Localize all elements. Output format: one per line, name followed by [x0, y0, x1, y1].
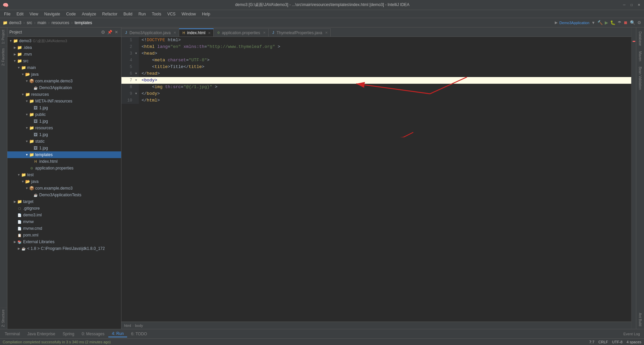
- nav-main[interactable]: main: [38, 20, 46, 25]
- tree-arrow-src[interactable]: ▼: [13, 59, 17, 63]
- project-settings-icon[interactable]: ⚙: [100, 29, 106, 35]
- close-button[interactable]: ✕: [637, 3, 641, 7]
- minimize-button[interactable]: ─: [622, 3, 627, 7]
- tree-item-java[interactable]: ▼ 📂 java: [7, 71, 121, 78]
- toolbar-build-icon[interactable]: 🔨: [597, 20, 603, 25]
- tree-item-demo3[interactable]: ▼ 📁 demo3 G:\桌面\JAVA\demo3: [7, 38, 121, 44]
- tree-item-idea[interactable]: ▶ 📁 .idea: [7, 44, 121, 51]
- nav-templates[interactable]: templates: [74, 20, 92, 25]
- tree-arrow-public[interactable]: ▼: [25, 113, 29, 116]
- tree-arrow-package[interactable]: ▼: [25, 79, 29, 83]
- status-position[interactable]: 7:7: [589, 340, 594, 344]
- right-panel-maven[interactable]: Maven: [637, 49, 643, 64]
- footer-tab-run[interactable]: 4: Run: [108, 331, 127, 337]
- menu-navigate[interactable]: Navigate: [42, 11, 63, 17]
- tree-arrow-resources2[interactable]: ▼: [25, 126, 29, 130]
- tree-item-resources2[interactable]: ▼ 📁 resources: [7, 125, 121, 131]
- footer-tab-todo[interactable]: 6: TODO: [128, 331, 151, 337]
- tree-arrow-java-test[interactable]: ▼: [21, 180, 25, 183]
- status-encoding[interactable]: UTF-8: [612, 340, 623, 344]
- tree-item-meta-inf[interactable]: ▼ 📁 META-INF.resources: [7, 98, 121, 105]
- footer-tab-terminal[interactable]: Terminal: [1, 331, 23, 337]
- tree-arrow-meta-inf[interactable]: ▼: [25, 99, 29, 103]
- tree-item-templates[interactable]: ▼ 📁 templates: [7, 151, 121, 158]
- tree-item-gitignore[interactable]: ▶ ⬡ .gitignore: [7, 205, 121, 212]
- tree-item-demo3app[interactable]: ▶ ☕ Demo3Application: [7, 84, 121, 91]
- tab-close-demo3app[interactable]: ✕: [173, 31, 176, 34]
- tree-item-demo3tests[interactable]: ▶ ☕ Demo3ApplicationTests: [7, 192, 121, 198]
- tree-item-jpg-static[interactable]: ▶ 🖼 1.jpg: [7, 145, 121, 151]
- tree-item-test[interactable]: ▼ 📁 test: [7, 171, 121, 178]
- tree-arrow-resources[interactable]: ▼: [21, 93, 25, 96]
- right-panel-database[interactable]: Database: [637, 29, 643, 49]
- toolbar-search-icon[interactable]: 🔍: [630, 20, 635, 25]
- editor-scrollbar[interactable]: [631, 27, 636, 329]
- tree-arrow-demo3[interactable]: ▼: [9, 39, 13, 43]
- tree-arrow-java[interactable]: ▼: [21, 73, 25, 76]
- tree-item-pomxml[interactable]: ▶ 📋 pom.xml: [7, 232, 121, 238]
- menu-refactor[interactable]: Refactor: [100, 11, 120, 17]
- bc-body[interactable]: body: [135, 324, 143, 328]
- panel-label-project[interactable]: 1: Project: [0, 27, 7, 46]
- status-indent[interactable]: 4 spaces: [627, 340, 641, 344]
- tree-item-mvnw[interactable]: ▶ 📄 mvnw: [7, 218, 121, 225]
- tree-arrow-idea[interactable]: ▶: [13, 46, 17, 49]
- project-collapse-icon[interactable]: 📌: [107, 29, 112, 35]
- menu-file[interactable]: File: [1, 11, 13, 17]
- event-log-button[interactable]: Event Log: [621, 332, 643, 336]
- tree-item-jpg-meta[interactable]: ▶ 🖼 1.jpg: [7, 105, 121, 111]
- menu-view[interactable]: View: [27, 11, 41, 17]
- tree-arrow-main[interactable]: ▼: [17, 66, 21, 69]
- project-close-icon[interactable]: ✕: [114, 29, 119, 35]
- run-config-dropdown[interactable]: ▼: [591, 20, 595, 25]
- nav-src[interactable]: src: [27, 20, 32, 25]
- status-line-ending[interactable]: CRLF: [598, 340, 608, 344]
- menu-edit[interactable]: Edit: [14, 11, 26, 17]
- toolbar-settings-icon[interactable]: ⚙: [637, 20, 641, 25]
- panel-label-favorites[interactable]: 2: Favorites: [0, 46, 7, 68]
- tree-arrow-ext-libs[interactable]: ▶: [13, 240, 17, 244]
- footer-tab-spring[interactable]: Spring: [59, 331, 78, 337]
- tree-item-jpg-public[interactable]: ▶ 🖼 1.jpg: [7, 118, 121, 125]
- bc-html[interactable]: html: [124, 324, 131, 328]
- tree-item-package[interactable]: ▼ 📦 com.example.demo3: [7, 78, 121, 84]
- footer-tab-java-enterprise[interactable]: Java Enterprise: [24, 331, 58, 337]
- footer-tab-messages[interactable]: 0: Messages: [78, 331, 108, 337]
- tree-item-resources[interactable]: ▼ 📁 resources: [7, 91, 121, 98]
- nav-demo3[interactable]: demo3: [9, 20, 21, 25]
- menu-analyze[interactable]: Analyze: [79, 11, 99, 17]
- tree-item-public[interactable]: ▼ 📁 public: [7, 111, 121, 118]
- tree-arrow-test[interactable]: ▼: [17, 173, 21, 177]
- tree-item-main[interactable]: ▼ 📁 main: [7, 64, 121, 71]
- panel-label-structure[interactable]: Z: Structure: [0, 307, 7, 329]
- toolbar-run-icon[interactable]: ▶: [605, 20, 608, 25]
- run-config-name[interactable]: Demo3Application: [559, 21, 589, 25]
- tab-demo3app[interactable]: J Demo3Application.java ✕: [121, 28, 179, 37]
- tab-indexhtml[interactable]: H index.html ✕: [179, 28, 214, 37]
- tree-item-appprops[interactable]: ▶ ⚙ application.properties: [7, 165, 121, 171]
- tree-item-target[interactable]: ▶ 📁 target: [7, 198, 121, 205]
- right-panel-bean[interactable]: Bean Validation: [637, 64, 643, 92]
- tree-item-jdk[interactable]: ▶ ☕ < 1.8 > C:\Program Files\Java\jdk1.8…: [7, 245, 121, 252]
- tree-arrow-target[interactable]: ▶: [13, 200, 17, 203]
- tree-arrow-static[interactable]: ▼: [25, 140, 29, 143]
- tree-item-static[interactable]: ▼ 📁 static: [7, 138, 121, 145]
- restore-button[interactable]: □: [629, 3, 634, 7]
- tree-item-jpg-res[interactable]: ▶ 🖼 1.jpg: [7, 131, 121, 138]
- toolbar-debug-icon[interactable]: 🐛: [610, 20, 615, 25]
- code-editor[interactable]: 1 <!DOCTYPE html> 2 <html lang="en" xmln…: [121, 37, 631, 322]
- tree-item-ext-libs[interactable]: ▶ 📚 External Libraries: [7, 238, 121, 245]
- toolbar-coverage-icon[interactable]: ☂: [618, 20, 622, 25]
- tree-arrow-package-test[interactable]: ▼: [25, 187, 29, 190]
- tree-item-java-test[interactable]: ▼ 📂 java: [7, 178, 121, 185]
- toolbar-stop-icon[interactable]: ⏹: [624, 20, 628, 25]
- window-controls[interactable]: ─ □ ✕: [622, 3, 641, 7]
- tree-item-src[interactable]: ▼ 📁 src: [7, 58, 121, 64]
- tree-arrow-jdk[interactable]: ▶: [17, 247, 21, 250]
- menu-code[interactable]: Code: [63, 11, 78, 17]
- right-panel-ant[interactable]: Ant Build: [637, 310, 643, 329]
- tree-item-indexhtml[interactable]: ▶ H index.html: [7, 158, 121, 165]
- menu-run[interactable]: Run: [136, 11, 149, 17]
- tree-item-mvn[interactable]: ▶ 📁 .mvn: [7, 51, 121, 58]
- menu-help[interactable]: Help: [199, 11, 213, 17]
